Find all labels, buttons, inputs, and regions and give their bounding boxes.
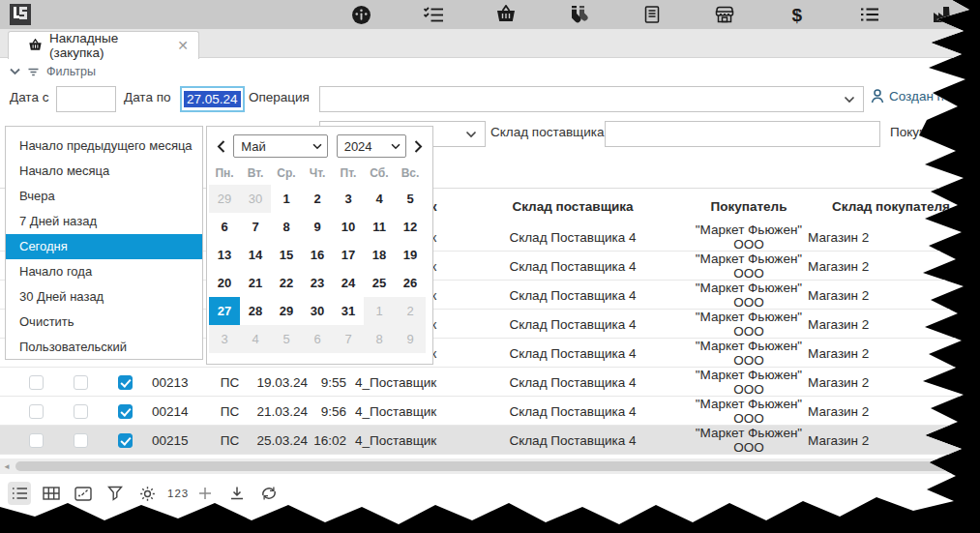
factory-icon[interactable]	[932, 4, 953, 25]
next-month-icon[interactable]	[414, 140, 423, 153]
calendar-day[interactable]: 5	[271, 325, 302, 353]
calendar-day[interactable]: 8	[364, 325, 395, 353]
calendar-day[interactable]: 29	[271, 297, 302, 325]
calendar-day[interactable]: 4	[240, 325, 271, 353]
calendar-day[interactable]: 22	[271, 269, 302, 297]
calendar-day[interactable]: 3	[209, 325, 240, 353]
calendar-day[interactable]: 4	[364, 185, 395, 213]
calendar-day[interactable]: 12	[395, 213, 426, 241]
row-checkbox[interactable]	[29, 433, 44, 448]
calendar-day[interactable]: 26	[395, 269, 426, 297]
basket-icon[interactable]	[495, 4, 517, 25]
date-to-input[interactable]: 27.05.24	[180, 86, 245, 112]
calendar-day[interactable]: 7	[333, 325, 364, 353]
supplier-warehouse-input[interactable]	[605, 121, 880, 147]
dashboard-gauge-icon[interactable]	[350, 4, 371, 25]
table-row[interactable]: 00213ПС19.03.249:554_ПоставщикСклад Пост…	[0, 368, 980, 397]
row-checkbox[interactable]	[118, 433, 133, 448]
app-logo-icon[interactable]	[9, 3, 32, 26]
scrollbar-thumb[interactable]	[15, 461, 959, 471]
row-checkbox[interactable]	[29, 404, 44, 419]
cell-type: ПС	[218, 404, 242, 419]
dollar-icon[interactable]: $	[787, 4, 808, 25]
month-select[interactable]: Май	[233, 134, 328, 158]
calendar-day[interactable]: 14	[240, 241, 271, 269]
calendar-day[interactable]: 3	[333, 185, 364, 213]
storefront-icon[interactable]	[714, 4, 735, 25]
created-by-filter[interactable]: Создан по	[871, 89, 951, 104]
calendar-day[interactable]: 25	[364, 269, 395, 297]
cell-supplier: 4_Поставщик	[350, 375, 452, 390]
calendar-day[interactable]: 19	[395, 241, 426, 269]
cell-buyer-warehouse: Магазин 2	[804, 375, 978, 390]
date-from-input[interactable]	[56, 86, 116, 112]
row-checkbox[interactable]	[29, 375, 44, 390]
calendar-day[interactable]: 21	[240, 269, 271, 297]
receipt-icon[interactable]	[641, 4, 663, 25]
calendar-day[interactable]: 6	[209, 213, 240, 241]
operation-select[interactable]	[319, 86, 864, 112]
table-row[interactable]: 00214ПС21.03.249:564_ПоставщикСклад Пост…	[0, 397, 980, 426]
calendar-day[interactable]: 23	[302, 269, 333, 297]
calendar-day[interactable]: 16	[302, 241, 333, 269]
filter-icon[interactable]	[104, 482, 127, 505]
calendar-day[interactable]: 18	[364, 241, 395, 269]
preset-item[interactable]: Начало предыдущего месяца	[6, 133, 202, 159]
weekday-label: Пн.	[209, 162, 240, 185]
calendar-day[interactable]: 20	[209, 269, 240, 297]
settings-gear-icon[interactable]	[135, 482, 159, 505]
socks-icon[interactable]	[568, 4, 589, 25]
calendar-day[interactable]: 15	[271, 241, 302, 269]
prev-month-icon[interactable]	[217, 140, 225, 153]
calendar-day[interactable]: 9	[302, 213, 333, 241]
calendar-day[interactable]: 31	[333, 297, 364, 325]
calendar-day[interactable]: 1	[271, 185, 302, 213]
cell-buyer: "Маркет Фьюжен" ООО	[694, 397, 804, 426]
calendar-day[interactable]: 7	[240, 213, 271, 241]
row-checkbox[interactable]	[74, 375, 88, 390]
calendar-day[interactable]: 27	[209, 297, 240, 325]
calendar-day[interactable]: 6	[302, 325, 333, 353]
collapse-chevron-icon[interactable]	[10, 68, 20, 75]
preset-item[interactable]: Сегодня	[6, 234, 202, 259]
calendar-day[interactable]: 9	[395, 325, 426, 353]
preset-item[interactable]: Вчера	[6, 184, 202, 209]
calendar-day[interactable]: 30	[240, 185, 271, 213]
add-icon[interactable]	[193, 482, 217, 505]
calendar-day[interactable]: 1	[364, 297, 395, 325]
table-view-icon[interactable]	[40, 482, 63, 505]
preset-item[interactable]: 7 Дней назад	[6, 209, 202, 234]
table-row[interactable]: 00215ПС25.03.2416:024_ПоставщикСклад Пос…	[0, 426, 980, 455]
row-checkbox[interactable]	[118, 404, 133, 419]
tab-invoices-purchase[interactable]: Накладные (закупка) ✕	[8, 31, 199, 59]
calendar-day[interactable]: 17	[333, 241, 364, 269]
list-icon[interactable]	[859, 4, 880, 25]
calendar-day[interactable]: 8	[271, 213, 302, 241]
tab-close-icon[interactable]: ✕	[177, 38, 189, 53]
preset-item[interactable]: Начало года	[6, 259, 202, 284]
calendar-day[interactable]: 2	[395, 297, 426, 325]
calendar-day[interactable]: 10	[333, 213, 364, 241]
refresh-icon[interactable]	[257, 482, 281, 505]
calendar-day[interactable]: 28	[240, 297, 271, 325]
preset-item[interactable]: Очистить	[6, 310, 202, 335]
row-checkbox[interactable]	[118, 375, 133, 390]
year-select[interactable]: 2024	[337, 134, 406, 158]
preset-item[interactable]: Пользовательский	[6, 335, 202, 360]
row-checkbox[interactable]	[74, 433, 88, 448]
preset-item[interactable]: Начало месяца	[6, 159, 202, 184]
calendar-day[interactable]: 2	[302, 185, 333, 213]
download-icon[interactable]	[225, 482, 249, 505]
card-view-icon[interactable]	[72, 482, 95, 505]
preset-item[interactable]: 30 Дней назад	[6, 284, 202, 310]
calendar-day[interactable]: 24	[333, 269, 364, 297]
calendar-day[interactable]: 5	[395, 185, 426, 213]
list-view-icon[interactable]	[8, 482, 31, 505]
checklist-icon[interactable]	[423, 4, 444, 25]
calendar-day[interactable]: 11	[364, 213, 395, 241]
calendar-day[interactable]: 29	[209, 185, 240, 213]
calendar-day[interactable]: 30	[302, 297, 333, 325]
scroll-left-icon[interactable]: ◄	[3, 462, 11, 471]
row-checkbox[interactable]	[74, 404, 88, 419]
calendar-day[interactable]: 13	[209, 241, 240, 269]
